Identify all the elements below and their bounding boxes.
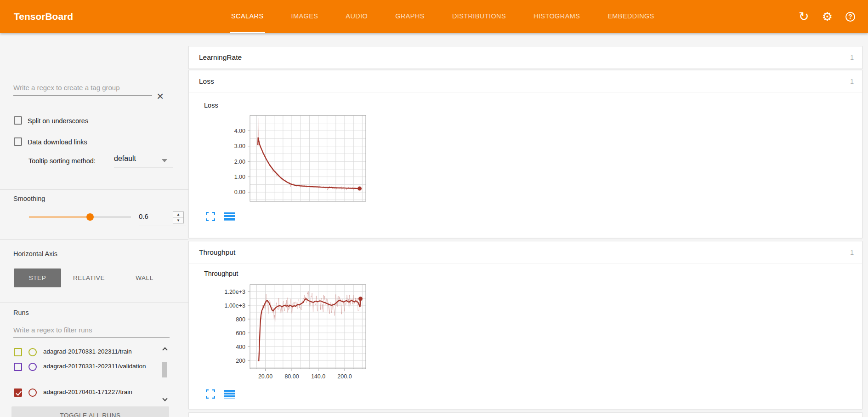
runs-filter-input[interactable] xyxy=(13,323,170,337)
chart-toolbar xyxy=(206,389,235,399)
app-title: TensorBoard xyxy=(0,0,230,33)
svg-text:1.20e+3: 1.20e+3 xyxy=(224,289,245,295)
section-count-badge: 1 xyxy=(850,249,854,256)
run-list: adagrad-20170331-202311/train adagrad-20… xyxy=(8,343,160,406)
nav-tabs: SCALARSIMAGESAUDIOGRAPHSDISTRIBUTIONSHIS… xyxy=(230,0,656,33)
settings-gear-icon[interactable]: ⚙ xyxy=(822,11,833,23)
next-section-partial xyxy=(188,412,862,417)
split-underscores-label: Split on underscores xyxy=(28,117,88,125)
tooltip-sorting-label: Tooltip sorting method: xyxy=(28,157,96,165)
chevron-down-icon[interactable] xyxy=(162,159,167,162)
svg-text:800: 800 xyxy=(236,316,245,323)
run-data-bars-icon[interactable] xyxy=(224,212,235,221)
section-count-badge: 1 xyxy=(850,78,854,85)
loss-line-chart[interactable]: 0.001.002.003.004.00 xyxy=(202,111,372,207)
smoothing-label: Smoothing xyxy=(13,195,45,202)
tag-regex-input[interactable] xyxy=(13,80,152,96)
svg-text:3.00: 3.00 xyxy=(234,143,245,149)
svg-text:0.00: 0.00 xyxy=(234,189,245,195)
stepper-up-icon[interactable]: ▲ xyxy=(173,212,183,218)
section-title: LearningRate xyxy=(199,53,850,62)
svg-text:200.0: 200.0 xyxy=(337,373,352,380)
smoothing-underline xyxy=(139,225,186,225)
checkbox-box[interactable] xyxy=(14,137,22,146)
section-learningrate: LearningRate 1 xyxy=(188,46,862,69)
horizontal-axis-options: STEPRELATIVEWALL xyxy=(14,268,172,288)
throughput-line-chart[interactable]: 2004006008001.00e+31.20e+320.0080.00140.… xyxy=(202,280,372,388)
run-data-bars-icon[interactable] xyxy=(224,389,235,399)
section-loss: Loss 1 Loss 0.001.002.003.004.00 xyxy=(188,70,862,238)
axis-option-button[interactable]: WALL xyxy=(117,268,172,287)
run-color-radio-icon[interactable] xyxy=(28,348,37,356)
close-x-icon[interactable]: × xyxy=(157,90,164,102)
section-title: Throughput xyxy=(199,248,850,257)
run-list-item[interactable]: adagrad- xyxy=(8,403,160,406)
run-color-radio-icon[interactable] xyxy=(28,388,37,397)
fullscreen-expand-icon[interactable] xyxy=(206,389,215,399)
divider xyxy=(0,303,188,303)
toggle-all-runs-button[interactable]: TOGGLE ALL RUNS xyxy=(11,406,169,417)
chart-toolbar xyxy=(206,212,235,221)
svg-text:400: 400 xyxy=(236,344,245,350)
scroll-down-icon[interactable] xyxy=(162,396,167,401)
nav-tab[interactable]: GRAPHS xyxy=(394,0,426,33)
run-color-radio-icon[interactable] xyxy=(28,363,37,371)
svg-text:1.00: 1.00 xyxy=(234,174,245,180)
stepper-down-icon[interactable]: ▼ xyxy=(173,218,183,223)
run-label: adagrad-20170331-202311/train xyxy=(43,347,132,357)
nav-tab[interactable]: HISTOGRAMS xyxy=(532,0,581,33)
nav-tab[interactable]: AUDIO xyxy=(344,0,369,33)
runs-title: Runs xyxy=(13,309,29,316)
slider-thumb[interactable] xyxy=(86,213,94,221)
checkbox-box[interactable] xyxy=(14,116,22,125)
axis-option-button[interactable]: STEP xyxy=(14,268,61,287)
axis-option-button[interactable]: RELATIVE xyxy=(61,268,117,287)
run-label: adagrad-20170401-171227/train xyxy=(43,388,132,397)
svg-text:200: 200 xyxy=(236,358,245,364)
section-loss-header[interactable]: Loss 1 xyxy=(189,70,862,92)
nav-tab[interactable]: DISTRIBUTIONS xyxy=(451,0,507,33)
section-count-badge: 1 xyxy=(850,54,854,61)
run-label: adagrad- xyxy=(43,403,68,406)
smoothing-value-input[interactable]: 0.6 xyxy=(139,212,170,220)
data-download-checkbox[interactable] xyxy=(14,137,22,146)
section-throughput: Throughput 1 Throughput 2004006008001.00… xyxy=(188,241,862,409)
run-checkbox[interactable] xyxy=(14,363,22,371)
section-throughput-header[interactable]: Throughput 1 xyxy=(189,241,862,263)
chart-title: Throughput xyxy=(204,270,238,277)
scrollbar-thumb[interactable] xyxy=(162,362,167,377)
nav-tab[interactable]: IMAGES xyxy=(290,0,320,33)
smoothing-stepper[interactable]: ▲ ▼ xyxy=(173,211,184,223)
run-list-item[interactable]: adagrad-20170331-202311/train xyxy=(8,347,160,357)
run-checkbox[interactable] xyxy=(14,388,22,397)
run-list-scrollbar[interactable] xyxy=(162,343,168,406)
scroll-up-icon[interactable] xyxy=(162,347,167,352)
svg-text:600: 600 xyxy=(236,330,245,337)
split-underscores-checkbox[interactable] xyxy=(14,116,22,125)
dropdown-underline xyxy=(114,167,173,167)
app-header: TensorBoard SCALARSIMAGESAUDIOGRAPHSDIST… xyxy=(0,0,868,33)
run-checkbox[interactable] xyxy=(14,348,22,356)
nav-tab[interactable]: SCALARS xyxy=(230,0,265,33)
data-download-label: Data download links xyxy=(28,138,87,146)
run-list-item[interactable]: adagrad-20170331-202311/validation xyxy=(8,362,160,371)
svg-text:80.00: 80.00 xyxy=(284,373,299,380)
svg-text:140.0: 140.0 xyxy=(311,373,325,380)
refresh-icon[interactable]: ↻ xyxy=(799,11,809,23)
sidebar: × Split on underscores Data download lin… xyxy=(0,33,188,417)
section-learningrate-header[interactable]: LearningRate 1 xyxy=(189,46,862,69)
fullscreen-expand-icon[interactable] xyxy=(206,212,215,221)
smoothing-slider[interactable] xyxy=(29,217,131,217)
divider xyxy=(0,189,188,190)
svg-text:20.00: 20.00 xyxy=(258,373,272,380)
slider-fill xyxy=(29,217,90,217)
nav-tab[interactable]: EMBEDDINGS xyxy=(606,0,656,33)
run-list-item[interactable]: adagrad-20170401-171227/train xyxy=(8,388,160,397)
section-title: Loss xyxy=(199,77,850,86)
header-actions: ↻ ⚙ ? xyxy=(799,0,868,33)
chart-title: Loss xyxy=(204,102,218,109)
tooltip-sorting-dropdown[interactable]: default xyxy=(114,154,136,163)
run-label: adagrad-20170331-202311/validation xyxy=(43,362,146,371)
help-icon[interactable]: ? xyxy=(845,12,855,22)
main-content: LearningRate 1 Loss 1 Loss 0.001.002.003… xyxy=(188,33,862,417)
